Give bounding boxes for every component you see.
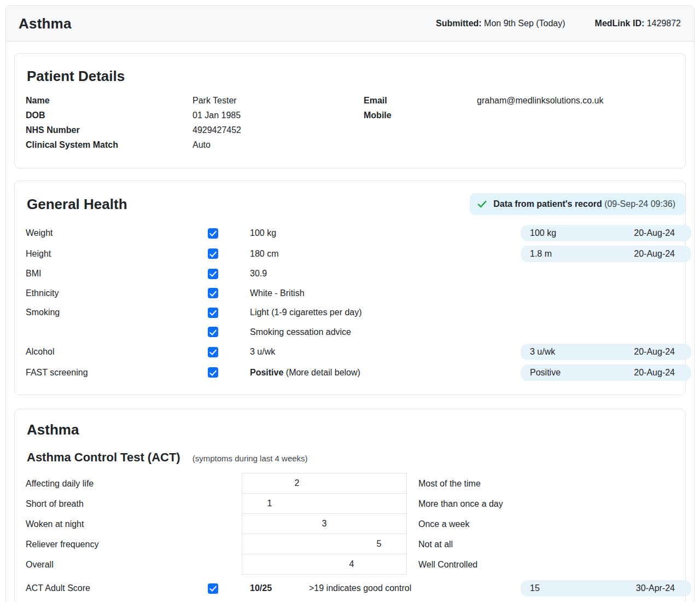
fast-screening-checkbox[interactable] — [208, 367, 218, 378]
fast-screening-record-value: Positive — [530, 368, 561, 378]
smoking-cessation-value: Smoking cessation advice — [250, 327, 521, 337]
row-weight: Weight 100 kg 100 kg 20-Aug-24 — [26, 225, 685, 241]
fast-screening-label: FAST screening — [26, 368, 208, 378]
act-overall-label: Overall — [26, 560, 242, 570]
dob-value: 01 Jan 1985 — [192, 111, 364, 120]
name-label: Name — [26, 96, 192, 106]
submitted-label: Submitted: — [436, 19, 482, 28]
act-adult-score-note: >19 indicates good control — [309, 583, 411, 593]
row-ethnicity: Ethnicity White - British — [26, 286, 685, 301]
smoking-value: Light (1-9 cigarettes per day) — [250, 308, 521, 317]
alcohol-label: Alcohol — [26, 347, 208, 357]
asthma-card: Asthma Asthma Control Test (ACT) (sympto… — [14, 409, 686, 602]
act-header: Asthma Control Test (ACT) (symptoms duri… — [27, 450, 685, 465]
fast-screening-value: Positive (More detail below) — [250, 368, 521, 378]
patient-details-card: Patient Details Name Park Tester Email g… — [14, 53, 686, 169]
bmi-checkbox[interactable] — [208, 269, 218, 279]
alcohol-checkbox[interactable] — [208, 347, 218, 357]
record-badge-text: Data from patient's record (09-Sep-24 09… — [493, 199, 675, 209]
act-overall-score-box[interactable]: 4 — [242, 554, 407, 575]
act-adult-score-label: ACT Adult Score — [26, 583, 208, 593]
nhs-number-label: NHS Number — [26, 125, 192, 135]
row-smoking: Smoking Light (1-9 cigarettes per day) — [26, 305, 685, 320]
medlink-info: MedLink ID: 1429872 — [595, 19, 681, 28]
act-woken-at-night-label: Woken at night — [26, 519, 242, 529]
fast-screening-record-date: 20-Aug-24 — [634, 368, 675, 378]
act-overall-description: Well Controlled — [418, 560, 685, 570]
patient-row-name: Name Park Tester Email graham@medlinksol… — [26, 95, 674, 107]
act-adult-score-value: 10/25 — [250, 583, 309, 593]
act-adult-score-record-date: 30-Apr-24 — [636, 583, 675, 593]
height-label: Height — [26, 249, 208, 259]
row-alcohol: Alcohol 3 u/wk 3 u/wk 20-Aug-24 — [26, 344, 685, 360]
general-health-card: General Health Data from patient's recor… — [14, 181, 686, 395]
act-adult-score-record-pill: 15 30-Apr-24 — [521, 580, 691, 597]
height-record-pill: 1.8 m 20-Aug-24 — [521, 246, 691, 262]
form-container: Asthma Submitted: Mon 9th Sep (Today) Me… — [5, 5, 695, 602]
weight-record-value: 100 kg — [530, 228, 556, 238]
nhs-number-value: 4929427452 — [192, 125, 364, 135]
medlink-id-label: MedLink ID: — [595, 19, 645, 28]
ethnicity-checkbox[interactable] — [208, 288, 218, 298]
alcohol-value: 3 u/wk — [250, 347, 521, 357]
email-label: Email — [364, 96, 477, 106]
act-adult-score-record-value: 15 — [530, 583, 540, 593]
act-subtitle: (symptoms during last 4 weeks) — [192, 454, 308, 463]
act-daily-life-score-box[interactable]: 2 — [242, 473, 407, 494]
act-adult-score-row: ACT Adult Score 10/25 >19 indicates good… — [26, 580, 685, 597]
smoking-label: Smoking — [26, 308, 208, 317]
alcohol-record-pill: 3 u/wk 20-Aug-24 — [521, 344, 691, 360]
row-bmi: BMI 30.9 — [26, 266, 685, 281]
row-height: Height 180 cm 1.8 m 20-Aug-24 — [26, 246, 685, 262]
submitted-value: Mon 9th Sep (Today) — [482, 19, 565, 28]
height-checkbox[interactable] — [208, 248, 218, 259]
alcohol-record-date: 20-Aug-24 — [634, 347, 675, 357]
clinical-system-match-value: Auto — [192, 140, 364, 150]
act-overall-score: 4 — [349, 559, 354, 569]
check-icon — [477, 198, 487, 208]
fast-screening-record-pill: Positive 20-Aug-24 — [521, 364, 691, 381]
alcohol-record-value: 3 u/wk — [530, 347, 555, 357]
smoking-cessation-checkbox[interactable] — [208, 327, 218, 337]
patient-row-dob: DOB 01 Jan 1985 Mobile — [26, 109, 674, 121]
patient-row-nhs: NHS Number 4929427452 — [26, 124, 674, 136]
record-data-badge: Data from patient's record (09-Sep-24 09… — [470, 193, 685, 215]
act-woken-at-night-score-box[interactable]: 3 — [242, 513, 407, 534]
record-badge-timestamp: (09-Sep-24 09:36) — [604, 199, 675, 209]
act-short-of-breath-label: Short of breath — [26, 499, 242, 509]
weight-record-date: 20-Aug-24 — [634, 228, 675, 238]
act-reliever-frequency-label: Reliever frequency — [26, 540, 242, 549]
act-row-reliever-frequency: Reliever frequency 5 Not at all — [26, 534, 685, 554]
email-value: graham@medlinksolutions.co.uk — [477, 96, 674, 106]
weight-checkbox[interactable] — [208, 228, 218, 239]
row-smoking-cessation: Smoking cessation advice — [26, 325, 685, 340]
height-value: 180 cm — [250, 249, 521, 259]
act-short-of-breath-score-box[interactable]: 1 — [242, 493, 407, 514]
height-record-date: 20-Aug-24 — [634, 249, 675, 259]
act-row-short-of-breath: Short of breath 1 More than once a day — [26, 494, 685, 514]
record-badge-label: Data from patient's record — [493, 199, 602, 209]
act-short-of-breath-description: More than once a day — [418, 499, 685, 509]
clinical-system-match-label: Clinical System Match — [26, 140, 192, 150]
bmi-value: 30.9 — [250, 269, 521, 279]
weight-value: 100 kg — [250, 228, 521, 238]
act-rows: Affecting daily life 2 Most of the time … — [26, 473, 685, 575]
act-reliever-frequency-score-box[interactable]: 5 — [242, 534, 407, 554]
ethnicity-label: Ethnicity — [26, 288, 208, 298]
act-short-of-breath-score: 1 — [267, 499, 272, 508]
header-meta: Submitted: Mon 9th Sep (Today) MedLink I… — [436, 19, 681, 28]
smoking-checkbox[interactable] — [208, 308, 218, 318]
bmi-label: BMI — [26, 269, 208, 279]
submitted-info: Submitted: Mon 9th Sep (Today) — [436, 19, 565, 28]
act-row-overall: Overall 4 Well Controlled — [26, 554, 685, 575]
ethnicity-value: White - British — [250, 288, 521, 298]
act-adult-score-checkbox[interactable] — [208, 583, 218, 594]
page-title: Asthma — [19, 15, 72, 32]
page-header: Asthma Submitted: Mon 9th Sep (Today) Me… — [6, 6, 694, 42]
mobile-label: Mobile — [364, 111, 477, 120]
patient-row-match: Clinical System Match Auto — [26, 139, 674, 151]
fast-screening-note: (More detail below) — [283, 368, 360, 377]
weight-label: Weight — [26, 228, 208, 238]
fast-screening-result: Positive — [250, 368, 283, 377]
general-health-title: General Health — [27, 196, 127, 213]
